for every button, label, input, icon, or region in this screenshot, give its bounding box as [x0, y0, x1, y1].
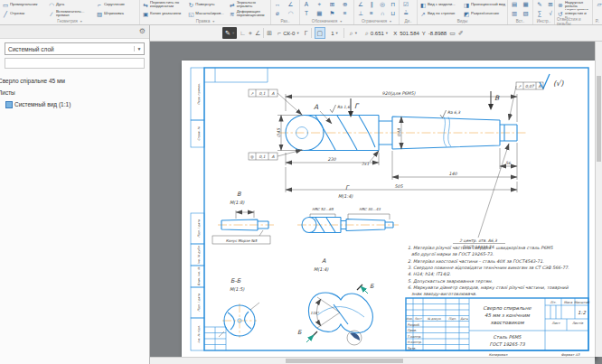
coordinate-system-dropdown[interactable]: ⌐СК-0▾ [275, 27, 302, 39]
group-footer-diagnostics[interactable]: Ди.. [400, 18, 417, 24]
vertical-scrollbar[interactable] [595, 42, 602, 357]
layer-filter-input[interactable] [5, 58, 145, 69]
frame-col-label: Інв. № підл. [197, 325, 201, 342]
tree-item-system-view[interactable]: Системный вид (1:1) [0, 98, 149, 110]
measure-icon[interactable]: ≟ [400, 9, 411, 18]
group-footer-insert[interactable]: Вст.. [508, 18, 532, 24]
mirror-button[interactable]: ⇄Зеркально отразить [228, 0, 269, 9]
tangent-icon[interactable]: ∩ [377, 9, 388, 18]
hatch-tool-button[interactable]: ▨Штриховка [95, 9, 137, 18]
insert-macro-icon[interactable]: ▧ [521, 9, 531, 18]
view-label-g: Г [354, 102, 360, 110]
external-thread-button[interactable]: ⊚Наружная резьба [556, 0, 592, 9]
text-label-icon[interactable]: А [301, 0, 312, 9]
horizontal-scrollbar[interactable] [150, 357, 595, 364]
tolerance-frame: ↗ 0,1 А [249, 89, 302, 115]
insert-fragment-icon[interactable]: ▤ [509, 0, 520, 9]
gear-icon[interactable]: ⚙ [139, 27, 146, 36]
layer-dropdown[interactable]: Системный слой ▼ [5, 42, 145, 55]
table-icon[interactable]: ▦ [314, 9, 325, 18]
tree-item-sheets[interactable]: Листы [0, 87, 149, 98]
angle-dim-icon[interactable]: ∠ [286, 0, 296, 9]
drawing-svg[interactable]: Перв. примен. Справ. № Підп. і дата Інв.… [182, 61, 595, 358]
frame-col-label: Перв. примен. [197, 83, 201, 105]
arc-tool-button[interactable]: ◠Дуга [47, 0, 94, 9]
datum-icon[interactable]: ⌖ [314, 0, 325, 9]
construction-line-icon: ∕ [48, 10, 55, 18]
svg-text:знак заводу-виготовлювача.: знак заводу-виготовлювача. [411, 292, 477, 296]
leader-icon[interactable]: ⚑ [327, 9, 338, 18]
segment-tool-button[interactable]: ╱Отрезок [1, 9, 46, 18]
frame-col-label: Взам. інв. № [197, 266, 201, 285]
group-footer-designations[interactable]: Обозначения▾ [300, 18, 353, 24]
zoom-value-dropdown[interactable]: ⌕0.651▾ [362, 27, 390, 39]
group-footer-tools[interactable]: Инстр.. [533, 18, 554, 24]
corner-icon[interactable]: Γ [305, 28, 308, 38]
scrollbar-thumb[interactable] [286, 359, 403, 363]
view-by-arrow-button[interactable]: ↗Вид по стрелке [419, 9, 462, 18]
point-snap-icon[interactable]: ⌖ [249, 28, 252, 38]
section-view-button[interactable]: ◩Разрез/сечение [462, 9, 507, 18]
current-view-button[interactable]: ▢ [315, 27, 326, 39]
quick-access-bar: ✎▾ ∟ ⌖ ∠ ⊞ ⌐СК-0▾ Γ ▢ 1▾ ⌕▾ ⌕0.651▾ X 50… [150, 25, 602, 42]
perpendicular-icon[interactable]: ⊥ [355, 9, 366, 18]
roughness-icon[interactable]: ≡ [340, 9, 351, 18]
tolerance-frame-icon[interactable]: ⊞ [327, 0, 338, 9]
frame-select-icon[interactable]: ▭ [449, 28, 456, 38]
view-from-model-button[interactable]: ◧Вид с модели... [419, 0, 462, 9]
equal-icon[interactable]: ≡ [366, 9, 377, 18]
group-footer-geometry[interactable]: Геометрия▾ [0, 18, 139, 24]
concentric-icon[interactable]: ◎ [377, 0, 388, 9]
move-by-coords-button[interactable]: ⇆Переместить по координатам [141, 0, 186, 9]
ribbon-group-insert: ▤ ▥ ▦ ▧ Вст.. [508, 0, 533, 24]
zoom-tool-dropdown[interactable]: ⌕▾ [347, 27, 360, 39]
fix-icon[interactable]: ⊓ [388, 0, 399, 9]
pen-style-button[interactable]: ✎▾ [222, 27, 237, 39]
material-gost: ГОСТ 19265-73 [489, 341, 525, 347]
tree-item-document[interactable]: Сверло спіральне 45 мм [0, 75, 149, 87]
rectangle-tool-button[interactable]: ▭Прямоугольник [1, 0, 46, 9]
view-from-model-icon: ◧ [419, 1, 427, 9]
ribbon-group-views: ◧Вид с модели... ↗Вид по стрелке ◨Проекц… [418, 0, 508, 24]
sum-tool-icon[interactable]: ∑ [534, 9, 545, 18]
scrollbar-thumb[interactable] [597, 76, 601, 162]
deform-button[interactable]: ≋Деформация перемещением [228, 9, 269, 18]
edit-tool-icon[interactable]: ✎ [534, 0, 545, 9]
drawing-sheet[interactable]: Перв. примен. Справ. № Підп. і дата Інв.… [182, 61, 595, 358]
clipped-group-icon[interactable]: ▱ [594, 0, 602, 9]
radial-dim-icon[interactable]: ◠ [286, 9, 296, 18]
angle-constraint-icon[interactable]: ∠ [355, 0, 366, 9]
section-view-icon: ◩ [463, 10, 470, 18]
view-label-a: А [314, 103, 319, 111]
group-footer-holes[interactable]: Отверстия и резьбы [555, 18, 592, 24]
linear-dim-icon[interactable]: ↔ [272, 0, 283, 9]
group-footer-cut[interactable]: Р.. [593, 18, 602, 24]
eyedropper-icon[interactable]: ✐ [458, 28, 464, 38]
separator [263, 28, 264, 38]
insert-picture-icon[interactable]: ▥ [509, 9, 520, 18]
fillet-tool-button[interactable]: ⌐Скругление [95, 0, 137, 9]
coincident-icon[interactable]: ⊔ [388, 9, 399, 18]
insert-object-icon[interactable]: ▦ [521, 0, 531, 9]
rotate-button[interactable]: ↻Повернуть [186, 0, 227, 9]
view-number-dropdown[interactable]: 1▾ [328, 27, 341, 39]
parallel-icon[interactable]: ∥ [366, 0, 377, 9]
grid-icon[interactable]: ⊞ [267, 28, 272, 38]
copy-by-point-button[interactable]: ▣Копия указанием [141, 9, 186, 18]
text-icon[interactable]: Т [301, 9, 312, 18]
drawing-canvas[interactable]: Перв. примен. Справ. № Підп. і дата Інв.… [150, 42, 602, 364]
svg-text:0,1: 0,1 [259, 154, 266, 159]
construction-line-button[interactable]: ∕Вспомогатель... прямая [47, 9, 94, 18]
group-footer-constraints[interactable]: Ограничения▾ [354, 18, 399, 24]
group-footer-edit[interactable]: Правка▾ [140, 18, 270, 24]
ortho-snap-icon[interactable]: ∟ [240, 28, 246, 38]
check-document-icon[interactable]: ☑ [400, 0, 411, 9]
projection-view-button[interactable]: ◨Проекционный вид [462, 0, 507, 9]
group-footer-views[interactable]: Виды [418, 18, 507, 24]
center-mark-icon[interactable]: ⊕ [340, 0, 351, 9]
group-footer-dimensions[interactable]: Раз.. [271, 18, 299, 24]
angle-snap-icon[interactable]: ∠ [255, 28, 260, 38]
svg-text:↗: ↗ [250, 91, 254, 96]
diameter-dim-icon[interactable]: ⌀ [272, 9, 283, 18]
scale-button[interactable]: ◱Масштабиров... [186, 9, 227, 18]
